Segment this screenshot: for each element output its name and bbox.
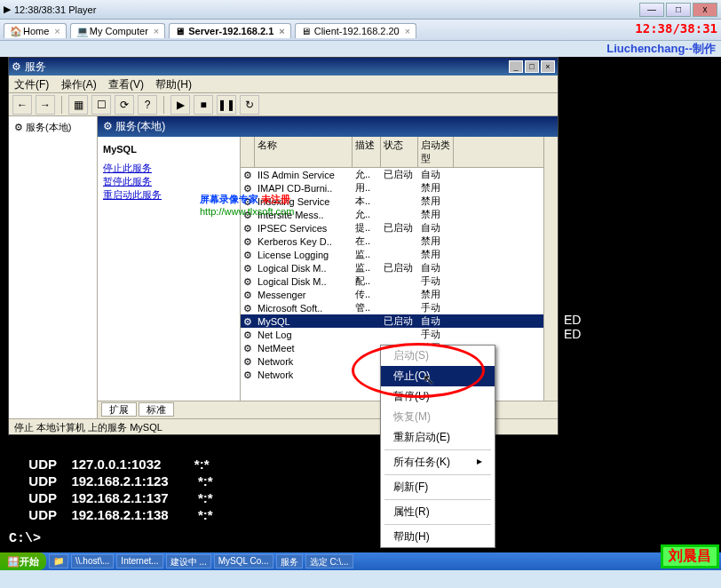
- quicklaunch-icon[interactable]: 📁: [49, 554, 68, 568]
- col-desc[interactable]: 描述: [353, 137, 381, 167]
- ad-unreg: 未注册: [261, 194, 290, 204]
- start-button[interactable]: 🪟 开始: [0, 552, 46, 570]
- col-state[interactable]: 状态: [381, 137, 418, 167]
- vm-icon: 🖥: [301, 26, 312, 36]
- taskbar-item[interactable]: \\.host\...: [71, 554, 114, 568]
- taskbar-item[interactable]: Internet...: [116, 554, 162, 568]
- svc-start: 手动: [418, 274, 454, 288]
- cmd-line: UDP 192.168.2.1:123 *:*: [21, 473, 213, 489]
- ctx-pause[interactable]: 暂停(U): [381, 386, 495, 407]
- svc-name: Messenger: [255, 290, 353, 300]
- forward-button[interactable]: →: [36, 95, 55, 115]
- tab-server-label: Server-192.168.2.1: [188, 26, 273, 36]
- tab-mycomputer[interactable]: 💻My Computer×: [70, 23, 165, 38]
- service-row[interactable]: ⚙Messenger传..禁用: [241, 288, 558, 301]
- gear-icon: ⚙: [243, 183, 255, 194]
- taskbar-item[interactable]: MySQL Co...: [214, 554, 273, 568]
- svc-desc: 允..: [353, 208, 381, 221]
- services-header-label: 服务(本地): [115, 120, 165, 132]
- service-row[interactable]: ⚙IPSEC Services提..已启动自动: [241, 221, 558, 234]
- gear-icon: ⚙: [12, 60, 21, 73]
- close-icon[interactable]: ×: [54, 26, 59, 36]
- ctx-stop[interactable]: 停止(O): [381, 366, 495, 386]
- refresh-button[interactable]: ⟳: [115, 95, 134, 115]
- service-row[interactable]: ⚙Logical Disk M..监..已启动自动: [241, 261, 558, 274]
- behind-line: ED: [564, 327, 581, 341]
- gear-icon: ⚙: [243, 369, 255, 380]
- back-button[interactable]: ←: [12, 95, 32, 115]
- taskbar-item[interactable]: 服务: [276, 554, 303, 568]
- behind-line: ED: [564, 313, 581, 327]
- tab-extended[interactable]: 扩展: [101, 402, 137, 417]
- svc-start: 禁用: [418, 181, 454, 195]
- stop-service-link[interactable]: 停止此服务: [103, 162, 234, 175]
- services-tree: ⚙ 服务(本地): [9, 116, 98, 418]
- ctx-restart[interactable]: 重新启动(E): [381, 427, 495, 448]
- ctx-tasks[interactable]: 所有任务(K)▸: [381, 452, 495, 473]
- service-row[interactable]: ⚙IIS Admin Service允..已启动自动: [241, 168, 558, 181]
- cmd-line: UDP 192.168.2.1:137 *:*: [21, 490, 213, 505]
- svc-name: Logical Disk M..: [255, 276, 353, 287]
- service-row[interactable]: ⚙Kerberos Key D..在..禁用: [241, 234, 558, 248]
- cmd-prompt[interactable]: C:\>: [9, 531, 41, 546]
- taskbar-item[interactable]: 建设中 ...: [166, 554, 211, 568]
- svc-name: Network: [255, 369, 353, 380]
- ctx-start: 启动(S): [381, 346, 495, 366]
- help-button[interactable]: ?: [138, 95, 157, 115]
- svc-start: 自动: [418, 168, 454, 181]
- menu-file[interactable]: 文件(F): [14, 78, 49, 91]
- svc-start: 禁用: [418, 288, 454, 301]
- menu-view[interactable]: 查看(V): [108, 78, 144, 91]
- cmd-line: UDP 127.0.0.1:1032 *:*: [21, 457, 210, 472]
- cmd-output: UDP 127.0.0.1:1032 *:* UDP 192.168.2.1:1…: [21, 457, 213, 524]
- pause-service-link[interactable]: 暂停此服务: [103, 175, 234, 188]
- service-row[interactable]: ⚙Microsoft Soft..管..手动: [241, 301, 558, 314]
- close-icon[interactable]: ×: [405, 26, 410, 36]
- ctx-help[interactable]: 帮助(H): [381, 527, 495, 547]
- taskbar-item[interactable]: 选定 C:\...: [305, 554, 353, 568]
- service-row[interactable]: ⚙MySQL已启动自动: [241, 314, 558, 328]
- services-header: ⚙ 服务(本地): [98, 116, 558, 137]
- stop-svc-button[interactable]: ■: [194, 95, 213, 115]
- tab-home[interactable]: 🏠Home×: [4, 23, 67, 38]
- gear-icon: ⚙: [243, 236, 255, 247]
- services-toolbar: ← → ▦ ☐ ⟳ ? ▶ ■ ❚❚ ↻: [9, 93, 558, 116]
- menu-action[interactable]: 操作(A): [61, 78, 97, 91]
- tree-root[interactable]: ⚙ 服务(本地): [12, 120, 93, 135]
- maximize-button[interactable]: □: [525, 60, 539, 73]
- service-row[interactable]: ⚙Net Log手动: [241, 328, 558, 341]
- minimize-button[interactable]: —: [639, 3, 664, 17]
- gear-icon: ⚙: [243, 223, 255, 234]
- maximize-button[interactable]: □: [666, 3, 691, 17]
- close-icon[interactable]: ×: [154, 26, 159, 36]
- service-row[interactable]: ⚙License Logging监..禁用: [241, 248, 558, 261]
- col-name[interactable]: 名称: [255, 137, 353, 167]
- close-button[interactable]: ×: [541, 60, 555, 73]
- service-row[interactable]: ⚙Logical Disk M..配..手动: [241, 274, 558, 288]
- ctx-properties[interactable]: 属性(R): [381, 502, 495, 522]
- restart-svc-button[interactable]: ↻: [240, 95, 259, 115]
- tab-client[interactable]: 🖥Client-192.168.2.20×: [295, 23, 416, 38]
- selected-service-name: MySQL: [103, 144, 234, 155]
- col-start[interactable]: 启动类型: [418, 137, 454, 167]
- svc-name: Logical Disk M..: [255, 263, 353, 274]
- svc-start: 自动: [418, 221, 454, 234]
- scrollbar[interactable]: [543, 137, 558, 401]
- tab-standard[interactable]: 标准: [139, 402, 174, 417]
- pause-svc-button[interactable]: ❚❚: [217, 95, 236, 115]
- minimize-button[interactable]: _: [509, 60, 523, 73]
- ctx-refresh[interactable]: 刷新(F): [381, 477, 495, 497]
- close-button[interactable]: x: [693, 3, 717, 17]
- svc-desc: 在..: [353, 234, 381, 248]
- export-button[interactable]: ☐: [91, 95, 111, 115]
- player-title: 12:38/38:31 Player: [14, 4, 96, 15]
- player-titlebar: ▶ 12:38/38:31 Player — □ x: [0, 0, 721, 20]
- start-svc-button[interactable]: ▶: [170, 95, 190, 115]
- svc-desc: 提..: [353, 221, 381, 234]
- close-icon[interactable]: ×: [279, 26, 284, 36]
- services-titlebar[interactable]: ⚙ 服务 _ □ ×: [9, 58, 558, 75]
- gear-icon: ⚙: [243, 250, 255, 260]
- tab-server[interactable]: 🖥Server-192.168.2.1×: [169, 23, 290, 38]
- properties-button[interactable]: ▦: [68, 95, 88, 115]
- menu-help[interactable]: 帮助(H): [155, 78, 192, 91]
